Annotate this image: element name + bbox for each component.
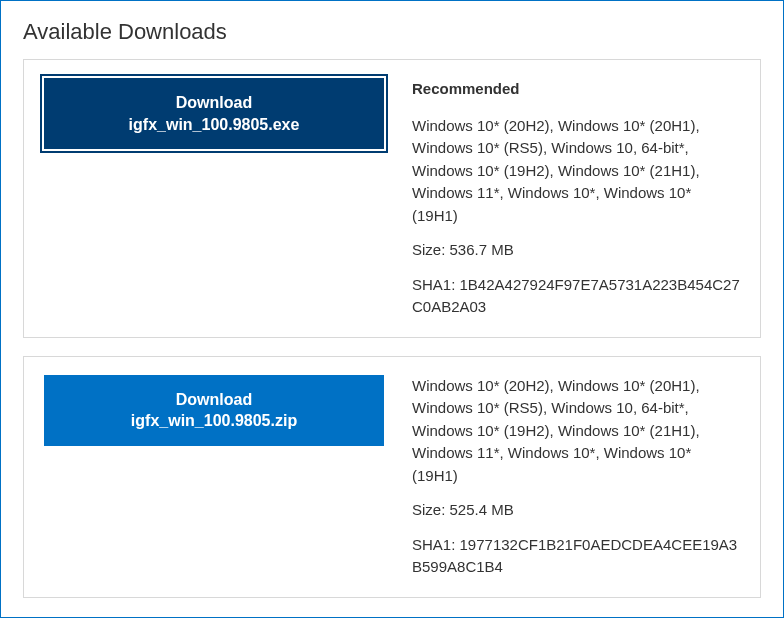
file-size: Size: 536.7 MB <box>412 239 740 262</box>
card-left-col: Download igfx_win_100.9805.zip <box>44 375 384 579</box>
file-sha1: SHA1: 1B42A427924F97E7A5731A223B454C27C0… <box>412 274 740 319</box>
recommended-badge: Recommended <box>412 78 740 101</box>
card-left-col: Download igfx_win_100.9805.exe <box>44 78 384 319</box>
download-button-filename: igfx_win_100.9805.exe <box>56 114 372 136</box>
download-card: Download igfx_win_100.9805.exe Recommend… <box>23 59 761 338</box>
os-list: Windows 10* (20H2), Windows 10* (20H1), … <box>412 375 740 488</box>
download-button-exe[interactable]: Download igfx_win_100.9805.exe <box>44 78 384 149</box>
download-card: Download igfx_win_100.9805.zip Windows 1… <box>23 356 761 598</box>
download-button-label: Download <box>56 92 372 114</box>
file-sha1: SHA1: 1977132CF1B21F0AEDCDEA4CEE19A3B599… <box>412 534 740 579</box>
download-button-zip[interactable]: Download igfx_win_100.9805.zip <box>44 375 384 446</box>
file-size: Size: 525.4 MB <box>412 499 740 522</box>
card-right-col: Windows 10* (20H2), Windows 10* (20H1), … <box>412 375 740 579</box>
os-list: Windows 10* (20H2), Windows 10* (20H1), … <box>412 115 740 228</box>
section-title: Available Downloads <box>23 19 761 45</box>
card-right-col: Recommended Windows 10* (20H2), Windows … <box>412 78 740 319</box>
download-button-filename: igfx_win_100.9805.zip <box>56 410 372 432</box>
download-button-label: Download <box>56 389 372 411</box>
